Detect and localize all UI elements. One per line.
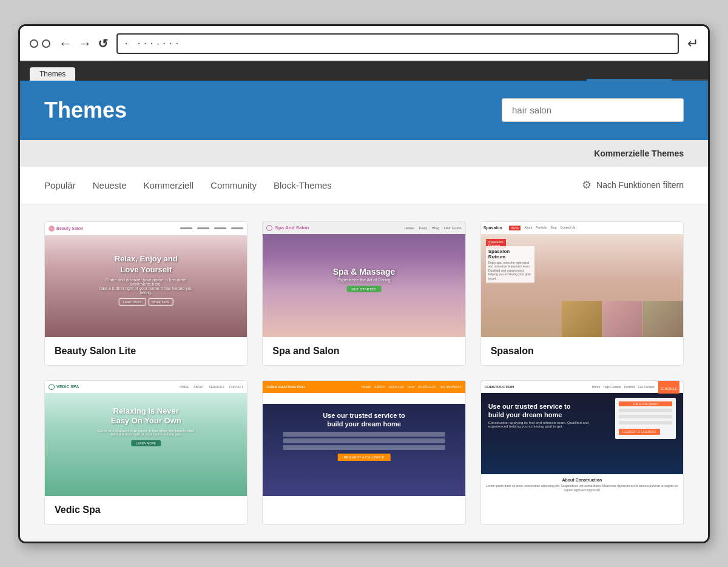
- tab-block-themes[interactable]: Block-Themes: [274, 178, 332, 193]
- hero-btn-2: Book Now: [148, 298, 173, 306]
- spa-logo-circle: [266, 225, 272, 231]
- mock-header: Beauty Salon: [45, 222, 247, 235]
- theme-preview-vedic: VEDIC SPA HOME ABOUT SERVICES CONTACT Re…: [45, 381, 247, 496]
- mock-header: VEDIC SPA HOME ABOUT SERVICES CONTACT: [45, 381, 247, 393]
- spa-nav-blog: Blog: [432, 226, 439, 230]
- nav-item: Tags Content: [603, 385, 621, 389]
- darkblue-cta: REQUEST A CALLBACK: [338, 454, 391, 461]
- vedic-logo-area: VEDIC SPA: [49, 384, 79, 390]
- tab-community[interactable]: Community: [211, 178, 257, 193]
- vedic-nav: HOME ABOUT SERVICES CONTACT: [180, 385, 243, 389]
- nav-about: About: [524, 226, 532, 230]
- spa-nav-guide: Hair Guide: [444, 226, 462, 230]
- nav-item: ABOUT: [374, 385, 385, 389]
- about-content: About Construction Lorem ipsum dolor sit…: [481, 474, 683, 496]
- theme-card-spasalon[interactable]: Spasalon Home About Portfolio Blog Conta…: [480, 221, 684, 366]
- theme-preview-darkblue: CONSTRUCTION PRO HOME ABOUT SERVICES FIL…: [263, 381, 465, 496]
- nav-home-active: Home: [509, 226, 521, 230]
- vedic-logo-circle: [49, 384, 55, 390]
- spa-logo-area: Spa And Salon: [266, 225, 309, 231]
- input-line-1: [283, 432, 445, 437]
- about-text: Lorem ipsum dolor sit amet, consectetur …: [486, 484, 678, 492]
- forward-button[interactable]: →: [78, 37, 92, 50]
- minimize-dot[interactable]: [42, 39, 50, 48]
- hero-overlay: Spa & Massage Experience the Art of Cari…: [333, 266, 396, 292]
- kommerzielle-themes-link[interactable]: Kommerzielle Themes: [594, 149, 684, 158]
- grid-item-1: [562, 301, 602, 337]
- hero-text: Relax, Enjoy andLove Yourself Come and d…: [95, 253, 197, 305]
- browser-window: ← → ↻ ↵ Themes Themes Kommerzielle Theme…: [18, 24, 710, 543]
- vedic-hero-subtext: Come and discover your name. It has othe…: [98, 429, 194, 436]
- vedic-cta-btn: LEARN MORE: [131, 440, 161, 446]
- nav-item: PORTFOLIO: [418, 385, 436, 389]
- construction-nav: Home Tags Content Portfolio File Contact: [592, 385, 655, 389]
- enter-button[interactable]: ↵: [687, 36, 698, 52]
- mock-logo: Beauty Salon: [49, 226, 83, 232]
- nav-item: Portfolio: [624, 385, 635, 389]
- construction-hero-subtext: Construction applying its feel and refer…: [488, 421, 589, 428]
- vedic-nav-item: HOME: [180, 385, 189, 389]
- theme-name-beauty: Beauty Salon Lite: [45, 337, 247, 365]
- header-btn-text: SCHEDULE: [661, 387, 677, 391]
- spa-nav-fees: Fees: [419, 226, 427, 230]
- construction-hero-left: Use our trusted service tobuild your dre…: [488, 402, 589, 429]
- tab-newest[interactable]: Neueste: [93, 178, 127, 193]
- nav-dot: [214, 227, 226, 229]
- form-line-1: [619, 409, 672, 412]
- refresh-button[interactable]: ↻: [98, 38, 108, 50]
- spasalon-side-desc: Enjoy spa, relax the right mind and rela…: [488, 261, 532, 281]
- nav-contact: Contact Us: [561, 226, 576, 230]
- logo-circle: [49, 226, 55, 232]
- grid-item-2: [602, 301, 642, 337]
- theme-card-spa-and-salon[interactable]: Spa And Salon Home Fees Blog Hair Guide …: [262, 221, 465, 366]
- spasalon-bottom-grid: [562, 301, 683, 337]
- theme-card-vedic-spa[interactable]: VEDIC SPA HOME ABOUT SERVICES CONTACT Re…: [44, 380, 248, 525]
- tab-strip: Themes: [20, 61, 708, 81]
- darkblue-hero: Use our trusted service tobuild your dre…: [283, 411, 445, 461]
- hero-box-badge: Get a Free Quote!: [619, 401, 672, 406]
- nav-portfolio: Portfolio: [536, 226, 547, 230]
- themes-grid: Beauty Salon Relax, Enjoy andLove Yourse…: [20, 204, 708, 542]
- orange-bar-nav: HOME ABOUT SERVICES FILM PORTFOLIO TESTI…: [362, 385, 461, 389]
- theme-card-darkblue[interactable]: CONSTRUCTION PRO HOME ABOUT SERVICES FIL…: [262, 380, 465, 525]
- construction-hero-box: Get a Free Quote! REQUEST A CALLBACK: [615, 398, 676, 439]
- spa-hero-subtext: Experience the Art of Caring: [333, 277, 396, 281]
- theme-preview-beauty: Beauty Salon Relax, Enjoy andLove Yourse…: [45, 222, 247, 337]
- theme-card-beauty-salon-lite[interactable]: Beauty Salon Relax, Enjoy andLove Yourse…: [44, 221, 248, 366]
- theme-preview-spasalon: Spasalon Home About Portfolio Blog Conta…: [481, 222, 683, 337]
- construction-cta: REQUEST A CALLBACK: [619, 429, 660, 435]
- about-heading: About Construction: [486, 478, 678, 482]
- filter-label[interactable]: Nach Funktionen filtern: [596, 180, 684, 190]
- hero-subtext: Come and discover your name. It has othe…: [95, 278, 197, 295]
- nav-item: FILM: [408, 385, 414, 389]
- nav-dots: [180, 227, 243, 229]
- browser-tab[interactable]: Themes: [30, 67, 75, 81]
- hero-buttons: Learn More Book Now: [95, 298, 197, 306]
- back-button[interactable]: ←: [59, 37, 72, 50]
- browser-dots: [30, 39, 50, 48]
- filter-tabs: Populär Neueste Kommerziell Community Bl…: [44, 178, 332, 193]
- input-line-3: [283, 445, 445, 450]
- theme-card-construction[interactable]: CONSTRUCTION Home Tags Content Portfolio…: [480, 380, 684, 525]
- tab-popular[interactable]: Populär: [44, 178, 76, 193]
- nav-dot: [197, 227, 209, 229]
- orange-bar-text: CONSTRUCTION PRO: [266, 385, 305, 389]
- progress-bar-fill: [587, 79, 672, 81]
- nav-item: File Contact: [638, 385, 655, 389]
- address-bar[interactable]: [116, 33, 679, 54]
- construction-logo: CONSTRUCTION: [485, 385, 514, 389]
- nav-dot: [231, 227, 243, 229]
- theme-name-spa: Spa and Salon: [263, 337, 465, 365]
- mock-header: Spa And Salon Home Fees Blog Hair Guide: [263, 222, 465, 234]
- hero-heading: Relax, Enjoy andLove Yourself: [95, 253, 197, 275]
- tab-commercial[interactable]: Kommerziell: [144, 178, 194, 193]
- spa-nav: Home Fees Blog Hair Guide: [405, 226, 462, 230]
- form-line-3: [619, 421, 672, 424]
- search-input[interactable]: [502, 98, 684, 122]
- mock-orange-bar: CONSTRUCTION PRO HOME ABOUT SERVICES FIL…: [263, 381, 465, 393]
- close-dot[interactable]: [30, 39, 38, 48]
- filter-right[interactable]: ⚙ Nach Funktionen filtern: [582, 178, 684, 192]
- theme-preview-spa: Spa And Salon Home Fees Blog Hair Guide …: [263, 222, 465, 337]
- vedic-hero-heading: Relaxing Is NeverEasy On Your Own: [98, 406, 194, 427]
- form-line-2: [619, 415, 672, 418]
